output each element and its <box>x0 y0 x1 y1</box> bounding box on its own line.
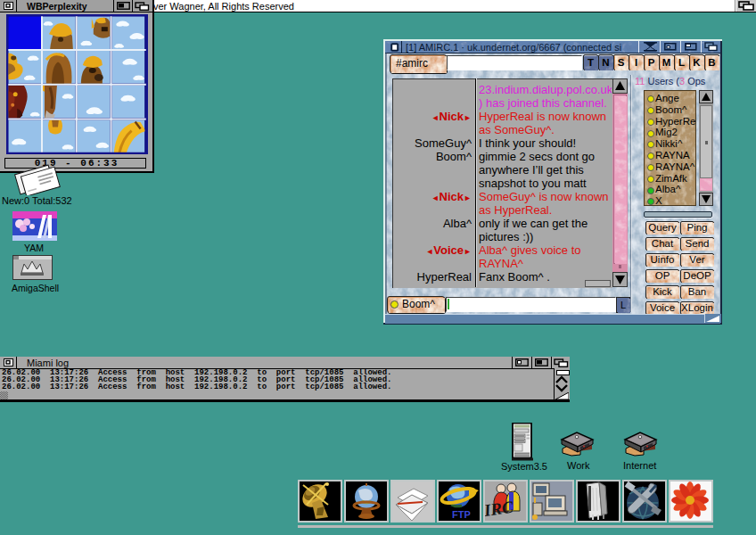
svg-text:FTP: FTP <box>452 509 471 520</box>
